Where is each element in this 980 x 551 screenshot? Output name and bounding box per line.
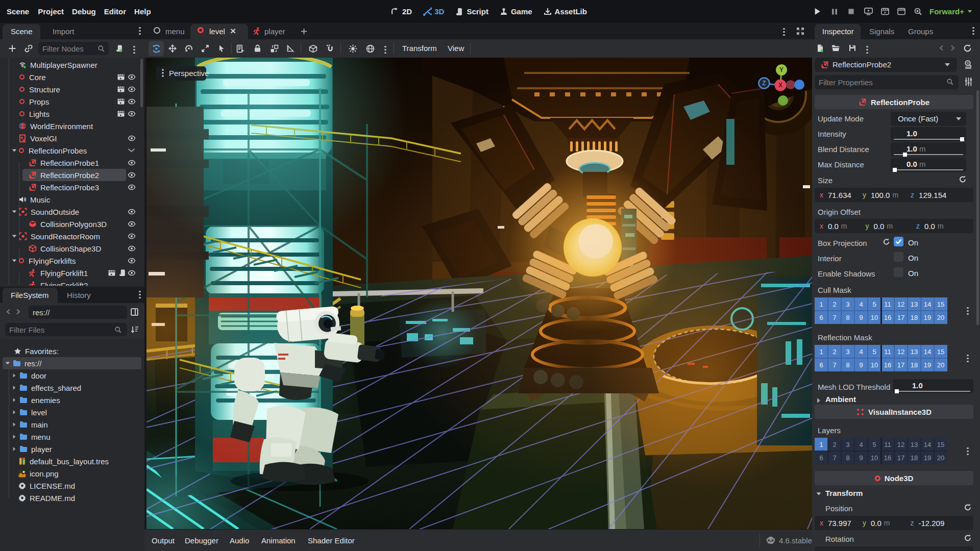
svg-text:17: 17 bbox=[897, 454, 904, 462]
svg-text:4: 4 bbox=[859, 300, 863, 308]
svg-text:7: 7 bbox=[832, 314, 836, 321]
svg-text:18: 18 bbox=[911, 454, 918, 462]
svg-text:16: 16 bbox=[884, 361, 891, 369]
svg-text:14: 14 bbox=[924, 300, 931, 308]
svg-text:11: 11 bbox=[884, 300, 891, 308]
svg-text:5: 5 bbox=[872, 348, 876, 356]
svg-text:19: 19 bbox=[924, 361, 931, 369]
svg-text:7: 7 bbox=[832, 361, 836, 369]
svg-text:13: 13 bbox=[911, 348, 918, 356]
svg-text:5: 5 bbox=[872, 441, 876, 448]
svg-text:12: 12 bbox=[897, 441, 904, 448]
svg-text:1: 1 bbox=[819, 441, 823, 448]
svg-text:Z: Z bbox=[762, 80, 766, 87]
svg-text:19: 19 bbox=[924, 314, 931, 321]
svg-text:1: 1 bbox=[819, 300, 823, 308]
svg-text:19: 19 bbox=[924, 454, 931, 462]
svg-text:9: 9 bbox=[859, 361, 863, 369]
svg-text:3: 3 bbox=[846, 300, 849, 308]
svg-text:10: 10 bbox=[871, 454, 878, 462]
svg-text:6: 6 bbox=[819, 314, 823, 321]
svg-text:11: 11 bbox=[884, 441, 891, 448]
svg-text:14: 14 bbox=[924, 348, 931, 356]
svg-text:3: 3 bbox=[846, 441, 849, 448]
svg-text:2: 2 bbox=[832, 441, 836, 448]
svg-text:14: 14 bbox=[924, 441, 931, 448]
svg-text:5: 5 bbox=[872, 300, 876, 308]
svg-text:10: 10 bbox=[871, 361, 878, 369]
svg-text:4: 4 bbox=[859, 441, 863, 448]
svg-text:17: 17 bbox=[897, 314, 904, 321]
svg-text:9: 9 bbox=[859, 314, 863, 321]
svg-text:9: 9 bbox=[859, 454, 863, 462]
svg-text:18: 18 bbox=[911, 314, 918, 321]
svg-text:2: 2 bbox=[832, 300, 836, 308]
svg-text:20: 20 bbox=[937, 314, 944, 321]
svg-text:4: 4 bbox=[859, 348, 863, 356]
svg-text:11: 11 bbox=[884, 348, 891, 356]
svg-text:13: 13 bbox=[911, 441, 918, 448]
svg-text:8: 8 bbox=[846, 314, 849, 321]
svg-text:13: 13 bbox=[911, 300, 918, 308]
svg-text:16: 16 bbox=[884, 314, 891, 321]
svg-text:16: 16 bbox=[884, 454, 891, 462]
svg-text:1: 1 bbox=[819, 348, 823, 356]
svg-text:17: 17 bbox=[897, 361, 904, 369]
svg-text:8: 8 bbox=[846, 361, 849, 369]
svg-text:12: 12 bbox=[897, 300, 904, 308]
svg-text:15: 15 bbox=[937, 300, 944, 308]
svg-text:8: 8 bbox=[846, 454, 849, 462]
svg-text:6: 6 bbox=[819, 361, 823, 369]
svg-text:3: 3 bbox=[846, 348, 849, 356]
svg-text:Y: Y bbox=[779, 66, 783, 73]
svg-text:12: 12 bbox=[897, 348, 904, 356]
svg-text:2: 2 bbox=[832, 348, 836, 356]
svg-text:10: 10 bbox=[871, 314, 878, 321]
svg-text:7: 7 bbox=[832, 454, 836, 462]
svg-text:Perspective: Perspective bbox=[169, 69, 209, 78]
svg-text:20: 20 bbox=[937, 454, 944, 462]
svg-text:20: 20 bbox=[937, 361, 944, 369]
svg-text:15: 15 bbox=[937, 348, 944, 356]
svg-text:15: 15 bbox=[937, 441, 944, 448]
svg-text:18: 18 bbox=[911, 361, 918, 369]
svg-text:6: 6 bbox=[819, 454, 823, 462]
svg-text:X: X bbox=[778, 82, 782, 89]
